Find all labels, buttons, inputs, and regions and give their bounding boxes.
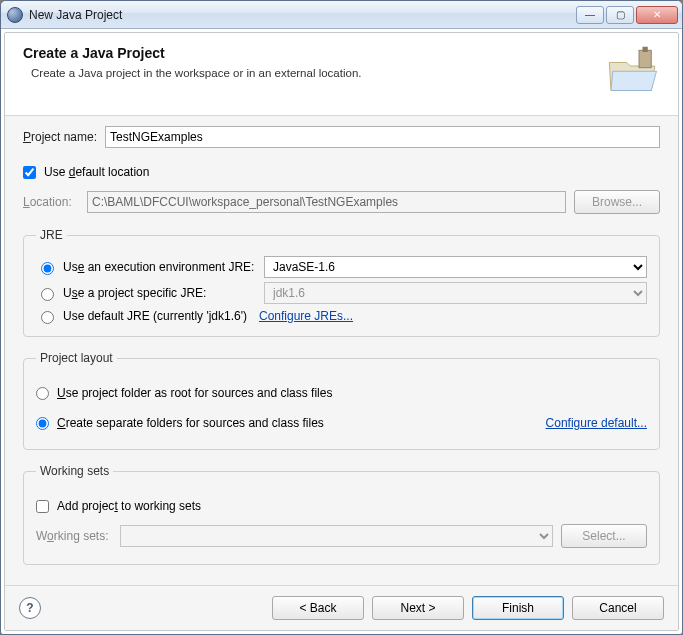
wizard-body: Project name: Use default location Locat… [5, 116, 678, 585]
configure-default-link[interactable]: Configure default... [546, 416, 647, 430]
layout-separate-row: Create separate folders for sources and … [36, 411, 647, 435]
svg-rect-3 [643, 47, 648, 52]
project-layout-group: Project layout Use project folder as roo… [23, 351, 660, 450]
back-button[interactable]: < Back [272, 596, 364, 620]
project-layout-legend: Project layout [36, 351, 117, 365]
working-sets-select-button: Select... [561, 524, 647, 548]
project-name-input[interactable] [105, 126, 660, 148]
layout-root-row: Use project folder as root for sources a… [36, 381, 647, 405]
window-title: New Java Project [29, 8, 576, 22]
use-default-location-row: Use default location [23, 160, 660, 184]
minimize-button[interactable]: — [576, 6, 604, 24]
maximize-button[interactable]: ▢ [606, 6, 634, 24]
layout-separate-label[interactable]: Create separate folders for sources and … [57, 416, 324, 430]
layout-root-radio[interactable] [36, 387, 49, 400]
layout-separate-radio[interactable] [36, 417, 49, 430]
working-sets-select [120, 525, 553, 547]
add-to-working-sets-checkbox[interactable] [36, 500, 49, 513]
jre-exec-env-select[interactable]: JavaSE-1.6 [264, 256, 647, 278]
project-name-row: Project name: [23, 126, 660, 148]
cancel-button[interactable]: Cancel [572, 596, 664, 620]
jre-exec-env-radio[interactable] [41, 262, 54, 275]
jre-exec-env-label[interactable]: Use an execution environment JRE: [63, 260, 254, 274]
layout-root-label[interactable]: Use project folder as root for sources a… [57, 386, 332, 400]
jre-default-radio[interactable] [41, 311, 54, 324]
svg-rect-2 [639, 50, 651, 68]
next-button[interactable]: Next > [372, 596, 464, 620]
eclipse-icon [7, 7, 23, 23]
window-buttons: — ▢ ✕ [576, 6, 678, 24]
location-input [87, 191, 566, 213]
working-sets-legend: Working sets [36, 464, 113, 478]
project-name-label: Project name: [23, 130, 97, 144]
add-to-working-sets-label[interactable]: Add project to working sets [57, 499, 201, 513]
titlebar[interactable]: New Java Project — ▢ ✕ [1, 1, 682, 29]
location-label: Location: [23, 195, 79, 209]
wizard-header: Create a Java Project Create a Java proj… [5, 33, 678, 116]
page-title: Create a Java Project [23, 45, 604, 61]
help-icon[interactable]: ? [19, 597, 41, 619]
jre-legend: JRE [36, 228, 67, 242]
jre-default-row: Use default JRE (currently 'jdk1.6') Con… [36, 308, 647, 324]
location-row: Location: Browse... [23, 190, 660, 214]
jre-project-specific-radio[interactable] [41, 288, 54, 301]
dialog-window: New Java Project — ▢ ✕ Create a Java Pro… [0, 0, 683, 635]
finish-button[interactable]: Finish [472, 596, 564, 620]
content-frame: Create a Java Project Create a Java proj… [4, 32, 679, 631]
jre-default-label[interactable]: Use default JRE (currently 'jdk1.6') [63, 309, 247, 323]
jre-exec-env-row: Use an execution environment JRE: JavaSE… [36, 256, 647, 278]
use-default-location-label[interactable]: Use default location [44, 165, 149, 179]
wizard-footer: ? < Back Next > Finish Cancel [5, 585, 678, 630]
header-text: Create a Java Project Create a Java proj… [23, 45, 604, 79]
page-subtitle: Create a Java project in the workspace o… [23, 67, 604, 79]
working-sets-combo-row: Working sets: Select... [36, 524, 647, 548]
close-button[interactable]: ✕ [636, 6, 678, 24]
svg-marker-1 [611, 71, 657, 90]
working-sets-combo-label: Working sets: [36, 529, 112, 543]
configure-jres-link[interactable]: Configure JREs... [259, 309, 353, 323]
jre-project-specific-label[interactable]: Use a project specific JRE: [63, 286, 206, 300]
jre-group: JRE Use an execution environment JRE: Ja… [23, 228, 660, 337]
browse-button: Browse... [574, 190, 660, 214]
folder-icon [604, 45, 660, 101]
use-default-location-checkbox[interactable] [23, 166, 36, 179]
add-to-working-sets-row: Add project to working sets [36, 494, 647, 518]
working-sets-group: Working sets Add project to working sets… [23, 464, 660, 565]
jre-project-specific-row: Use a project specific JRE: jdk1.6 [36, 282, 647, 304]
jre-project-specific-select: jdk1.6 [264, 282, 647, 304]
